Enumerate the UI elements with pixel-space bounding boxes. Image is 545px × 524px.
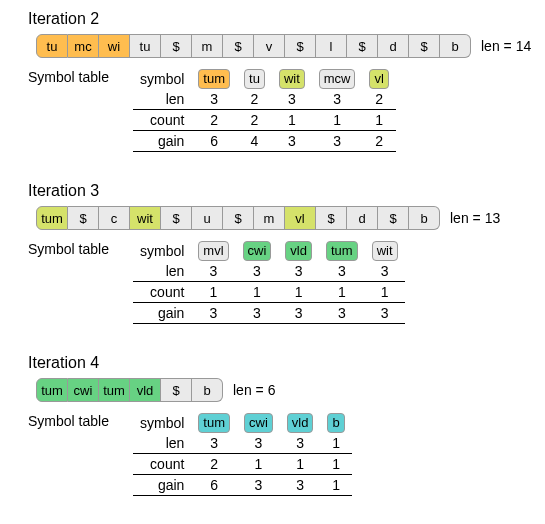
data-cell: 3 — [278, 261, 319, 282]
data-cell: 1 — [191, 282, 235, 303]
row-header: count — [133, 282, 191, 303]
token: tum — [36, 378, 68, 402]
token: m — [254, 206, 285, 230]
symbol-cell: cwi — [243, 241, 272, 261]
token: $ — [409, 34, 440, 58]
token-row: tumcwitumvld$blen = 6 — [36, 378, 535, 402]
data-cell: 3 — [280, 475, 321, 496]
data-cell: 2 — [362, 89, 395, 110]
row-header: count — [133, 110, 191, 131]
data-cell: 1 — [365, 282, 405, 303]
token: $ — [161, 34, 192, 58]
data-cell: 4 — [237, 131, 272, 152]
col-header: symbol — [133, 412, 191, 433]
iteration-title: Iteration 2 — [28, 10, 535, 28]
symbol-table-label: Symbol table — [28, 68, 133, 85]
data-cell: 3 — [319, 261, 365, 282]
symbol-cell: vld — [285, 241, 312, 261]
symbol-cell: tu — [244, 69, 265, 89]
symbol-table-label: Symbol table — [28, 412, 133, 429]
symbol-table-label: Symbol table — [28, 240, 133, 257]
token: tu — [130, 34, 161, 58]
row-header: len — [133, 89, 191, 110]
token-row: tumcwitu$m$v$l$d$blen = 14 — [36, 34, 535, 58]
len-label: len = 6 — [233, 382, 275, 398]
token: vld — [130, 378, 161, 402]
token: wit — [130, 206, 161, 230]
token: u — [192, 206, 223, 230]
data-cell: 2 — [362, 131, 395, 152]
symbol-cell: mvl — [198, 241, 228, 261]
data-cell: 3 — [236, 303, 279, 324]
data-cell: 3 — [365, 303, 405, 324]
data-cell: 3 — [280, 433, 321, 454]
data-cell: 2 — [237, 89, 272, 110]
data-cell: 3 — [237, 475, 280, 496]
symbol-table: symbolmvlcwivldtumwitlen33333count11111g… — [133, 240, 405, 324]
token: $ — [316, 206, 347, 230]
token: $ — [378, 206, 409, 230]
col-header: symbol — [133, 68, 191, 89]
symbol-cell: vl — [369, 69, 388, 89]
token: b — [192, 378, 223, 402]
token: $ — [161, 206, 192, 230]
symbol-cell: wit — [279, 69, 305, 89]
data-cell: 1 — [237, 454, 280, 475]
data-cell: 3 — [312, 131, 363, 152]
data-cell: 3 — [272, 89, 312, 110]
row-header: count — [133, 454, 191, 475]
data-cell: 3 — [319, 303, 365, 324]
iteration-title: Iteration 4 — [28, 354, 535, 372]
data-cell: 3 — [237, 433, 280, 454]
data-cell: 1 — [278, 282, 319, 303]
token: $ — [68, 206, 99, 230]
data-cell: 1 — [320, 454, 351, 475]
col-header: symbol — [133, 240, 191, 261]
data-cell: 1 — [320, 475, 351, 496]
token: m — [192, 34, 223, 58]
row-header: gain — [133, 475, 191, 496]
token: l — [316, 34, 347, 58]
token: v — [254, 34, 285, 58]
data-cell: 1 — [362, 110, 395, 131]
symbol-cell: tum — [198, 413, 230, 433]
token: d — [378, 34, 409, 58]
row-header: gain — [133, 131, 191, 152]
data-cell: 3 — [191, 303, 235, 324]
data-cell: 3 — [278, 303, 319, 324]
len-label: len = 14 — [481, 38, 531, 54]
token: $ — [347, 34, 378, 58]
data-cell: 2 — [191, 454, 237, 475]
symbol-cell: vld — [287, 413, 314, 433]
token: b — [440, 34, 471, 58]
row-header: len — [133, 433, 191, 454]
data-cell: 1 — [320, 433, 351, 454]
token: tum — [99, 378, 130, 402]
data-cell: 1 — [312, 110, 363, 131]
row-header: len — [133, 261, 191, 282]
token: $ — [223, 34, 254, 58]
token: tu — [36, 34, 68, 58]
symbol-table: symboltumtuwitmcwvllen32332count22111gai… — [133, 68, 396, 152]
token: $ — [223, 206, 254, 230]
symbol-cell: b — [327, 413, 344, 433]
data-cell: 1 — [319, 282, 365, 303]
token: b — [409, 206, 440, 230]
data-cell: 3 — [191, 89, 237, 110]
token: d — [347, 206, 378, 230]
iteration-title: Iteration 3 — [28, 182, 535, 200]
token: c — [99, 206, 130, 230]
symbol-cell: wit — [372, 241, 398, 261]
data-cell: 1 — [236, 282, 279, 303]
row-header: gain — [133, 303, 191, 324]
data-cell: 3 — [191, 261, 235, 282]
token: $ — [285, 34, 316, 58]
data-cell: 3 — [312, 89, 363, 110]
symbol-cell: cwi — [244, 413, 273, 433]
data-cell: 3 — [191, 433, 237, 454]
token: mc — [68, 34, 99, 58]
symbol-table: symboltumcwivldblen3331count2111gain6331 — [133, 412, 352, 496]
symbol-cell: tum — [326, 241, 358, 261]
data-cell: 2 — [237, 110, 272, 131]
token: cwi — [68, 378, 99, 402]
